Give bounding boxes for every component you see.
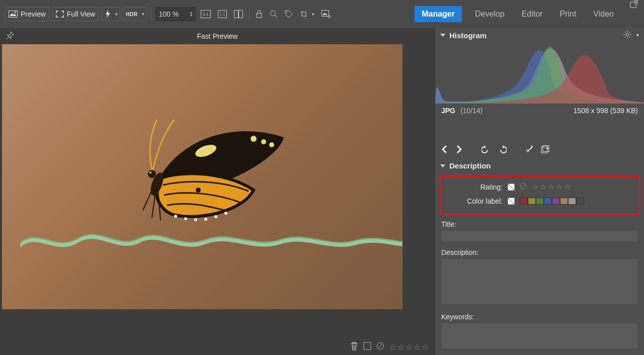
- svg-point-19: [269, 142, 274, 147]
- svg-line-40: [629, 37, 630, 38]
- zoom-1to1-button[interactable]: 1:1: [199, 7, 213, 21]
- star-icon[interactable]: ☆: [389, 342, 396, 352]
- compare-icon: [234, 10, 243, 18]
- tab-develop[interactable]: Develop: [471, 0, 509, 28]
- chevron-down-icon[interactable]: ▾: [636, 33, 639, 38]
- color-swatch[interactable]: [576, 198, 584, 205]
- svg-line-33: [378, 344, 383, 348]
- compare-button[interactable]: [232, 7, 245, 21]
- color-swatch[interactable]: [528, 198, 536, 205]
- svg-rect-8: [238, 11, 243, 18]
- color-swatch[interactable]: [552, 198, 560, 205]
- star-icon[interactable]: ☆: [564, 183, 571, 192]
- popout-icon[interactable]: [630, 0, 639, 9]
- reject-icon[interactable]: [376, 342, 384, 352]
- image-viewer: Fast Preview: [0, 28, 435, 355]
- histogram-label: Histogram: [449, 31, 487, 40]
- top-toolbar: Preview Full View ▾ HDR ▾ 100 % ▴ ▾: [0, 0, 644, 28]
- histogram-header[interactable]: Histogram ▾: [435, 28, 644, 43]
- star-icon[interactable]: ☆: [540, 183, 546, 192]
- image-counter: (10/14): [460, 107, 482, 115]
- prev-image-button[interactable]: [441, 145, 448, 154]
- reject-icon[interactable]: [520, 183, 527, 192]
- next-image-button[interactable]: [455, 145, 462, 154]
- color-swatch[interactable]: [544, 198, 552, 205]
- tag-button[interactable]: [283, 7, 295, 21]
- star-icon[interactable]: ☆: [414, 342, 421, 352]
- star-icon[interactable]: ☆: [397, 342, 405, 352]
- zoom-down-icon[interactable]: ▾: [190, 14, 192, 17]
- fullview-button[interactable]: Full View: [52, 7, 99, 21]
- svg-point-23: [184, 217, 187, 220]
- rating-highlight-box: Rating: ☆ ☆ ☆ ☆ ☆ Color label:: [439, 175, 640, 215]
- add-to-collection-button[interactable]: [541, 145, 550, 153]
- star-icon[interactable]: ☆: [532, 183, 538, 192]
- image-icon: [9, 11, 18, 18]
- color-swatch[interactable]: [568, 198, 576, 205]
- description-field-label: Description:: [441, 248, 638, 256]
- fit-icon: [218, 10, 227, 18]
- fit-screen-button[interactable]: [216, 7, 229, 21]
- checkbox-empty-icon[interactable]: [363, 342, 371, 352]
- image-dimensions: 1508 x 998 (539 KB): [574, 107, 638, 115]
- svg-rect-0: [9, 11, 18, 18]
- star-icon[interactable]: ☆: [422, 342, 429, 352]
- description-label: Description: [449, 161, 491, 170]
- image-settings-button[interactable]: [319, 7, 333, 21]
- color-swatch[interactable]: [536, 198, 544, 205]
- clear-rating-button[interactable]: [508, 184, 515, 191]
- tab-video[interactable]: Video: [589, 0, 618, 28]
- bolt-icon: [104, 10, 111, 18]
- tag-icon: [285, 10, 293, 18]
- fullscreen-icon: [56, 11, 64, 18]
- svg-point-21: [196, 188, 201, 193]
- hdr-button[interactable]: HDR ▾: [123, 7, 146, 21]
- color-swatch[interactable]: [560, 198, 568, 205]
- color-swatch[interactable]: [520, 198, 528, 205]
- hdr-label: HDR: [126, 12, 137, 17]
- svg-point-26: [214, 215, 217, 218]
- tab-editor[interactable]: Editor: [518, 0, 547, 28]
- svg-point-18: [261, 139, 266, 144]
- rotate-right-button[interactable]: [498, 145, 507, 153]
- pin-icon[interactable]: [6, 31, 14, 41]
- svg-rect-45: [541, 147, 547, 153]
- star-icon[interactable]: ☆: [548, 183, 554, 192]
- chevron-down-icon: ▾: [115, 12, 118, 17]
- flash-button[interactable]: ▾: [102, 7, 120, 21]
- star-icon[interactable]: ☆: [406, 342, 413, 352]
- preview-button[interactable]: Preview: [5, 7, 49, 21]
- svg-line-39: [624, 32, 625, 33]
- gear-icon[interactable]: [623, 31, 631, 40]
- svg-marker-3: [106, 10, 110, 18]
- viewer-footer: ☆ ☆ ☆ ☆ ☆: [0, 339, 435, 355]
- svg-point-27: [224, 212, 227, 215]
- rotate-left-button[interactable]: [481, 145, 491, 153]
- zoom-steppers[interactable]: ▴ ▾: [190, 11, 192, 17]
- lock-button[interactable]: [254, 7, 265, 21]
- svg-marker-43: [483, 145, 486, 148]
- title-input[interactable]: [441, 230, 638, 242]
- svg-point-22: [174, 215, 177, 218]
- butterfly-illustration: [128, 120, 294, 240]
- keywords-textarea[interactable]: [441, 323, 638, 349]
- magnify-button[interactable]: [268, 7, 280, 21]
- tab-print[interactable]: Print: [555, 0, 580, 28]
- zoom-input[interactable]: 100 % ▴ ▾: [155, 7, 196, 21]
- description-textarea[interactable]: [441, 258, 638, 305]
- svg-rect-7: [234, 11, 238, 18]
- crop-dropdown-button[interactable]: ▾: [298, 7, 316, 21]
- color-swatches: [520, 198, 584, 205]
- chevron-down-icon: ▾: [312, 12, 314, 17]
- clear-color-button[interactable]: [508, 198, 515, 205]
- star-icon[interactable]: ☆: [556, 183, 562, 192]
- disclosure-triangle-icon: [440, 164, 445, 167]
- crop-icon: [300, 10, 308, 18]
- description-header[interactable]: Description: [435, 158, 644, 173]
- trash-icon[interactable]: [350, 341, 358, 352]
- rating-stars[interactable]: ☆ ☆ ☆ ☆ ☆: [532, 183, 571, 192]
- preview-image[interactable]: [2, 44, 403, 309]
- footer-rating-stars[interactable]: ☆ ☆ ☆ ☆ ☆: [389, 342, 429, 352]
- magic-wand-button[interactable]: [526, 145, 534, 153]
- tab-manager[interactable]: Manager: [415, 6, 462, 22]
